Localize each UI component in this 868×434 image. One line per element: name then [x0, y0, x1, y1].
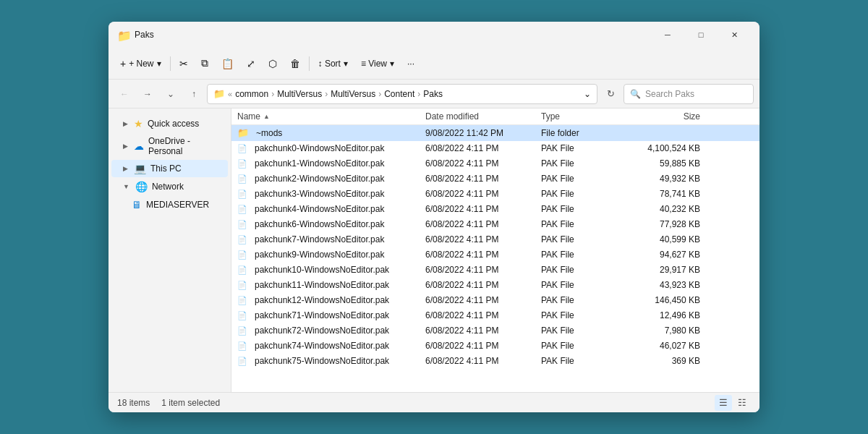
header-date[interactable]: Date modified: [425, 111, 541, 122]
sidebar-item-quick-access[interactable]: ▶ ★ Quick access: [111, 115, 228, 132]
share-button[interactable]: ⤢: [241, 52, 261, 75]
onedrive-icon: ☁: [134, 140, 144, 152]
view-arrow: ▾: [390, 59, 394, 69]
file-date: 6/08/2022 4:11 PM: [425, 295, 541, 305]
table-row[interactable]: 📄 pakchunk3-WindowsNoEditor.pak 6/08/202…: [231, 187, 760, 202]
file-type: PAK File: [541, 204, 628, 214]
file-name-cell: 📄 pakchunk7-WindowsNoEditor.pak: [237, 234, 425, 244]
header-size[interactable]: Size: [628, 111, 700, 122]
more-button[interactable]: ···: [401, 52, 420, 75]
paste-button[interactable]: 📋: [216, 52, 239, 75]
status-bar: 18 items 1 item selected ☰ ☷: [109, 392, 760, 412]
quick-access-chevron: ▶: [123, 120, 128, 127]
sidebar-item-onedrive[interactable]: ▶ ☁ OneDrive - Personal: [111, 133, 228, 159]
table-row[interactable]: 📄 pakchunk9-WindowsNoEditor.pak 6/08/202…: [231, 247, 760, 263]
table-row[interactable]: 📄 pakchunk74-WindowsNoEditor.pak 6/08/20…: [231, 339, 760, 354]
file-icon: 📄: [237, 205, 247, 214]
toolbar-separator-2: [309, 56, 310, 71]
path-dropdown-arrow[interactable]: ⌄: [584, 89, 591, 99]
file-date: 6/08/2022 4:11 PM: [425, 143, 541, 153]
sidebar-item-this-pc[interactable]: ▶ 💻 This PC: [111, 160, 228, 177]
table-row[interactable]: 📄 pakchunk12-WindowsNoEditor.pak 6/08/20…: [231, 293, 760, 308]
file-name: pakchunk12-WindowsNoEditor.pak: [255, 295, 389, 305]
table-row[interactable]: 📄 pakchunk0-WindowsNoEditor.pak 6/08/202…: [231, 141, 760, 156]
sidebar-item-mediaserver[interactable]: 🖥 MEDIASERVER: [111, 196, 228, 213]
file-name-cell: 📄 pakchunk1-WindowsNoEditor.pak: [237, 158, 425, 169]
tiles-view-button[interactable]: ☷: [733, 395, 751, 411]
file-name: pakchunk7-WindowsNoEditor.pak: [255, 234, 384, 244]
minimize-button[interactable]: ─: [651, 23, 684, 46]
file-icon: 📄: [237, 174, 247, 184]
file-icon: 📄: [237, 265, 247, 275]
forward-button[interactable]: →: [137, 84, 158, 104]
file-size: 49,932 KB: [628, 174, 700, 184]
title-bar: 📁 Paks ─ □ ✕: [109, 22, 760, 48]
copy-button[interactable]: ⧉: [195, 52, 214, 75]
file-size: 40,599 KB: [628, 234, 700, 244]
table-row[interactable]: 📄 pakchunk75-WindowsNoEditor.pak 6/08/20…: [231, 354, 760, 369]
view-button[interactable]: ≡ View ▾: [355, 52, 400, 75]
table-row[interactable]: 📁 ~mods 9/08/2022 11:42 PM File folder: [231, 125, 760, 141]
table-row[interactable]: 📄 pakchunk7-WindowsNoEditor.pak 6/08/202…: [231, 232, 760, 247]
close-button[interactable]: ✕: [718, 23, 751, 46]
search-box[interactable]: 🔍 Search Paks: [624, 84, 754, 104]
sort-label: ↕ Sort: [318, 59, 341, 69]
file-size: 94,627 KB: [628, 250, 700, 260]
title-bar-title: Paks: [135, 30, 651, 40]
new-button[interactable]: + + New ▾: [114, 52, 167, 75]
sort-button[interactable]: ↕ Sort ▾: [312, 52, 354, 75]
table-row[interactable]: 📄 pakchunk10-WindowsNoEditor.pak 6/08/20…: [231, 263, 760, 278]
path-sep-2: ›: [325, 89, 328, 99]
maximize-button[interactable]: □: [684, 23, 718, 46]
toolbar: + + New ▾ ✂ ⧉ 📋 ⤢ ⬡ 🗑 ↕ Sort ▾ ≡ View: [109, 48, 760, 80]
file-icon: 📄: [237, 357, 247, 366]
onedrive-chevron: ▶: [123, 142, 128, 150]
table-row[interactable]: 📄 pakchunk2-WindowsNoEditor.pak 6/08/202…: [231, 171, 760, 187]
move-icon: ⬡: [268, 58, 277, 69]
explorer-window: 📁 Paks ─ □ ✕ + + New ▾ ✂ ⧉ 📋 ⤢ ⬡: [109, 22, 760, 412]
file-name-cell: 📄 pakchunk10-WindowsNoEditor.pak: [237, 265, 425, 275]
delete-button[interactable]: 🗑: [284, 52, 306, 75]
more-icon: ···: [407, 59, 414, 69]
file-icon: 📄: [237, 250, 247, 260]
cut-icon: ✂: [179, 58, 188, 69]
file-name: pakchunk10-WindowsNoEditor.pak: [255, 265, 389, 275]
selection-info: 1 item selected: [161, 398, 220, 408]
sort-name-icon: ▲: [263, 113, 270, 120]
table-row[interactable]: 📄 pakchunk71-WindowsNoEditor.pak 6/08/20…: [231, 308, 760, 323]
file-name: pakchunk3-WindowsNoEditor.pak: [255, 189, 384, 199]
header-name[interactable]: Name ▲: [237, 111, 425, 122]
details-view-button[interactable]: ☰: [715, 395, 732, 411]
move-button[interactable]: ⬡: [263, 52, 283, 75]
file-icon: 📄: [237, 341, 247, 351]
path-multiversus1: MultiVersus: [277, 89, 322, 99]
file-size: 43,923 KB: [628, 280, 700, 290]
file-type: PAK File: [541, 265, 628, 275]
table-row[interactable]: 📄 pakchunk6-WindowsNoEditor.pak 6/08/202…: [231, 217, 760, 232]
up-button[interactable]: ↑: [184, 84, 204, 104]
file-size: 12,496 KB: [628, 310, 700, 320]
file-date: 6/08/2022 4:11 PM: [425, 174, 541, 184]
file-name: pakchunk75-WindowsNoEditor.pak: [255, 356, 389, 366]
quick-access-icon: ★: [134, 118, 143, 129]
sidebar-item-network[interactable]: ▼ 🌐 Network: [111, 178, 228, 195]
table-row[interactable]: 📄 pakchunk11-WindowsNoEditor.pak 6/08/20…: [231, 278, 760, 293]
file-type: PAK File: [541, 326, 628, 336]
refresh-button[interactable]: ↻: [600, 84, 621, 104]
address-path[interactable]: 📁 « common › MultiVersus › MultiVersus ›…: [207, 84, 597, 104]
file-name: pakchunk72-WindowsNoEditor.pak: [255, 326, 389, 336]
file-size: 77,928 KB: [628, 219, 700, 229]
folder-icon: 📁: [237, 127, 249, 138]
file-size: 59,885 KB: [628, 158, 700, 169]
table-row[interactable]: 📄 pakchunk72-WindowsNoEditor.pak 6/08/20…: [231, 323, 760, 339]
header-type[interactable]: Type: [541, 111, 628, 122]
mediaserver-icon: 🖥: [132, 199, 142, 210]
table-row[interactable]: 📄 pakchunk1-WindowsNoEditor.pak 6/08/202…: [231, 156, 760, 171]
file-name: pakchunk11-WindowsNoEditor.pak: [255, 280, 389, 290]
recent-button[interactable]: ⌄: [161, 84, 181, 104]
back-button[interactable]: ←: [114, 84, 135, 104]
file-date: 6/08/2022 4:11 PM: [425, 341, 541, 351]
view-label: ≡ View: [361, 59, 387, 69]
table-row[interactable]: 📄 pakchunk4-WindowsNoEditor.pak 6/08/202…: [231, 202, 760, 217]
cut-button[interactable]: ✂: [174, 52, 194, 75]
